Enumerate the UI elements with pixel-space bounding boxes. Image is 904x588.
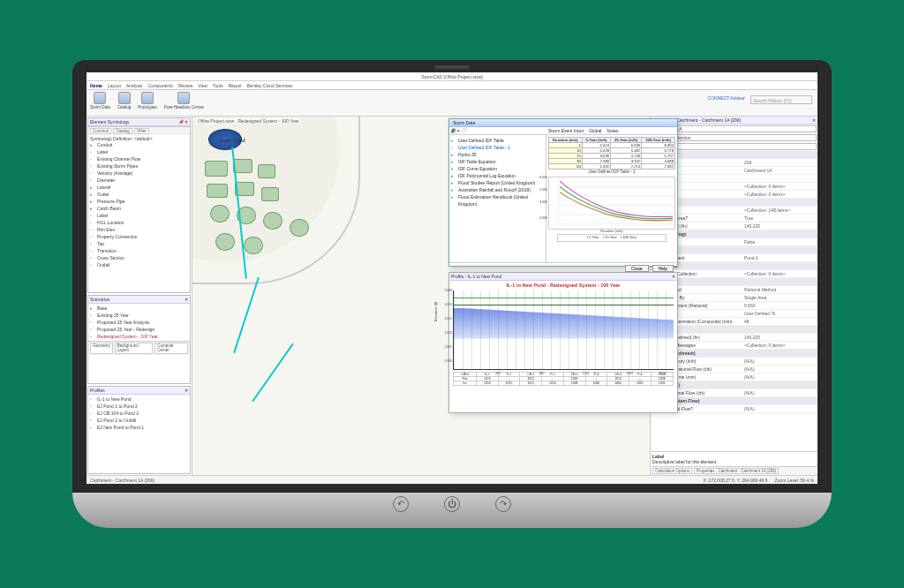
storm-source-tree[interactable]: User Defined IDF Table User Defined IDF …: [449, 135, 546, 262]
tree-item[interactable]: HGL:Location: [90, 219, 188, 226]
pin-icon[interactable]: 📌 ✕: [178, 119, 188, 124]
profile-ylabel: Elevation (ft): [434, 302, 439, 321]
tree-item[interactable]: Base: [90, 305, 188, 312]
catalog-button[interactable]: Catalog: [117, 92, 132, 109]
tree-item[interactable]: IDF Polynomial Log Equation: [451, 172, 544, 179]
connect-advisor-link[interactable]: CONNECT Advisor: [708, 95, 745, 101]
ribbon-tab-report[interactable]: Report: [229, 83, 242, 88]
tree-item[interactable]: EJ New Pond to Pond 1: [90, 424, 188, 431]
ribbon-search[interactable]: Search Ribbon (F3): [750, 95, 812, 104]
prototypes-button[interactable]: Prototypes: [138, 92, 157, 109]
tree-item[interactable]: Existing 25 Year: [90, 312, 188, 319]
tree-item[interactable]: EJ Pond 1 to Pond 2: [90, 403, 188, 410]
idf-legend: ▪ 5 Year ▪ 25 Year ▪ 100 Year: [557, 234, 667, 242]
tree-item[interactable]: Diameter: [90, 177, 188, 184]
symbology-tree[interactable]: Conduit Label Existing Channel Flow Exis…: [90, 141, 188, 268]
tree-item[interactable]: Conduit: [90, 141, 188, 148]
tree-item[interactable]: Proposed 25 Year Analysis: [90, 319, 188, 326]
close-icon[interactable]: ✕: [185, 297, 188, 302]
tree-item[interactable]: Existing Storm Pipes: [90, 162, 188, 170]
close-icon[interactable]: ✕: [672, 274, 675, 279]
tree-item[interactable]: Property Connection: [90, 233, 188, 240]
prototypes-icon: [141, 92, 154, 104]
screen-bezel: StormCAD [Office Project.stsw] Home Layo…: [72, 60, 832, 493]
storm-tab-notes[interactable]: Notes: [606, 128, 618, 133]
ribbon-tab-layout[interactable]: Layout: [108, 83, 121, 88]
ribbon-tab-cloud[interactable]: Bentley Cloud Services: [247, 83, 293, 88]
tree-item[interactable]: Label: [90, 148, 188, 155]
ribbon-tab-review[interactable]: Review: [178, 83, 192, 88]
status-zoom: Zoom Level: 59.4 %: [775, 478, 814, 483]
profile-window[interactable]: Profile - IL-1 to New Pond✕ IL-1 to New …: [448, 272, 678, 413]
dialog-title: Storm Data: [453, 120, 475, 125]
tree-item[interactable]: EJ CB-104 to Pond 2: [90, 410, 188, 417]
map-scenario-dropdown[interactable]: Redesigned System - 100 Year: [237, 118, 298, 124]
profile-header: Profile - IL-1 to New Pond: [451, 274, 501, 279]
tree-item[interactable]: Hydro-35: [451, 151, 544, 158]
scen-tab-compute[interactable]: Compute Center: [154, 343, 188, 354]
profile-data-table[interactable]: LabelIL-1P-1CB-1P-2CB-2P-3CB-3P-4Pond Ri…: [453, 372, 674, 387]
bottom-tab-calc[interactable]: Calculation Options: [652, 468, 692, 474]
tree-item[interactable]: Australian Rainfall and Runoff (2019): [451, 186, 544, 193]
ribbon-tab-view[interactable]: View: [198, 83, 207, 88]
close-button[interactable]: Close: [625, 265, 649, 272]
tree-item[interactable]: Proposed 25 Year - Redesign: [90, 326, 188, 333]
scenarios-tree[interactable]: Base Existing 25 Year Proposed 25 Year A…: [90, 305, 188, 340]
pipe-element[interactable]: [252, 343, 294, 403]
profile-chart: 1,030 1,020 1,015 1,010 1,005 1,000 0400…: [453, 290, 674, 370]
tree-item[interactable]: Velocity (Average): [90, 170, 188, 177]
scen-tab-geometry[interactable]: Geometry: [90, 343, 113, 354]
tree-item[interactable]: Transition: [90, 247, 188, 254]
close-icon[interactable]: ✕: [185, 388, 188, 393]
tree-item[interactable]: Outfall: [90, 261, 188, 268]
curve-icon: [177, 92, 190, 104]
symb-tab-catalog[interactable]: Catalog: [113, 128, 132, 134]
tree-item[interactable]: IDF Table Equation: [451, 158, 544, 165]
ribbon-tabbar: Home Layout Analysis Components Review V…: [87, 81, 817, 90]
headloss-button[interactable]: Flow-Headloss Curves: [164, 92, 204, 109]
laptop-frame: StormCAD [Office Project.stsw] Home Layo…: [72, 60, 832, 528]
map-doc-title: Office Project.stsw: [198, 118, 234, 124]
storm-data-dialog[interactable]: Storm Data 🗐 ✕ 📄 Storm Event Input Globa…: [448, 118, 678, 267]
storm-tab-global[interactable]: Global: [589, 128, 601, 133]
symb-tab-other[interactable]: Other: [134, 128, 149, 134]
symb-tab-common[interactable]: Common: [90, 128, 111, 134]
statusbar: Catchment - Catchment 1A (206) X: 272,00…: [87, 475, 817, 484]
tree-item[interactable]: Lateral: [90, 184, 188, 191]
main-view: Office Project.stsw · Redesigned System …: [192, 117, 650, 475]
tree-item[interactable]: User Defined IDF Table: [451, 137, 544, 144]
tree-item[interactable]: Gutter: [90, 191, 188, 198]
tree-item[interactable]: Tap: [90, 240, 188, 247]
ribbon-tab-analysis[interactable]: Analysis: [126, 83, 143, 88]
tree-item-selected[interactable]: User Defined IDF Table - 1: [451, 144, 544, 151]
tree-item[interactable]: Pressure Pipe: [90, 198, 188, 205]
bottom-tab-props[interactable]: Properties - Catchment - Catchment 1A (2…: [694, 468, 779, 474]
idf-chart: 8.000 5.000 3.000 0.000: [548, 177, 675, 230]
profiles-tree[interactable]: IL-1 to New Pond EJ Pond 1 to Pond 2 EJ …: [90, 396, 188, 431]
tree-item[interactable]: Existing Channel Flow: [90, 155, 188, 162]
idf-table[interactable]: Duration (min)5-Year (in/h)25-Year (in/h…: [548, 137, 675, 170]
pipe-element[interactable]: [233, 277, 260, 353]
storm-tab-input[interactable]: Storm Event Input: [548, 128, 584, 133]
tree-item[interactable]: Cross Section: [90, 254, 188, 261]
tree-item[interactable]: Catch Basin: [90, 205, 188, 212]
tree-item[interactable]: Flood Studies Report (United Kingdom): [451, 179, 544, 186]
ribbon-tab-home[interactable]: Home: [90, 83, 102, 88]
tree-item[interactable]: Flood Estimation Handbook (United Kingdo…: [451, 193, 544, 207]
tree-item[interactable]: Rim Elev.: [90, 226, 188, 233]
close-icon[interactable]: ✕: [812, 117, 816, 123]
scenarios-panel: Scenarios✕ Base Existing 25 Year Propose…: [87, 295, 191, 384]
camera-notch: [434, 65, 470, 69]
ribbon-tab-tools[interactable]: Tools: [213, 83, 223, 88]
tree-item-active[interactable]: Redesigned System - 100 Year: [90, 333, 188, 340]
tree-item[interactable]: Label: [90, 212, 188, 219]
scen-tab-bg[interactable]: Background Layers: [115, 343, 153, 354]
tree-item[interactable]: IDF Curve Equation: [451, 165, 544, 172]
panel-title: Scenarios: [90, 297, 109, 302]
storm-data-button[interactable]: Storm Data: [90, 92, 110, 109]
ribbon-tab-components[interactable]: Components: [148, 83, 173, 88]
help-button[interactable]: Help: [652, 265, 674, 272]
tree-item[interactable]: EJ Pond 2 to Outfall: [90, 417, 188, 424]
profiles-panel: Profiles✕ IL-1 to New Pond EJ Pond 1 to …: [87, 386, 191, 475]
tree-item[interactable]: IL-1 to New Pond: [90, 396, 188, 403]
